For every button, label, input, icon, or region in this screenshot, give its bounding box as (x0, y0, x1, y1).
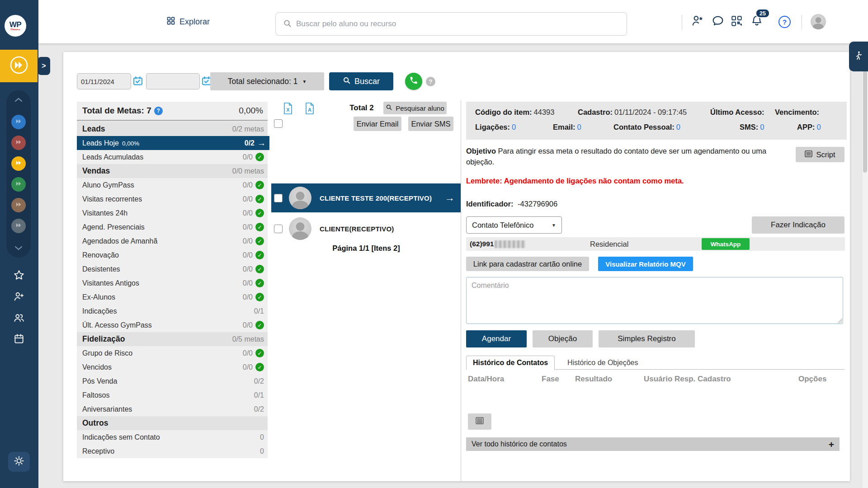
view-all-history-bar[interactable]: Ver todo histórico de contatos + (466, 437, 840, 451)
metric-item-indica-es-sem-contato[interactable]: Indicações sem Contato0 (77, 430, 268, 444)
metric-item-visitas-recorrentes[interactable]: Visitas recorrentes0/0✓ (77, 192, 268, 206)
notifications-button[interactable]: 25 (750, 0, 764, 43)
send-sms-button[interactable]: Enviar SMS (408, 117, 453, 131)
metrics-help-icon[interactable]: ? (154, 107, 163, 115)
vertical-scrollbar[interactable] (862, 43, 868, 488)
date-start-input[interactable] (77, 73, 131, 89)
metric-item-label: Pós Venda (82, 377, 117, 385)
tab-hist-rico-de-contatos[interactable]: Histórico de Contatos (466, 356, 555, 370)
person-add-icon[interactable] (13, 291, 25, 304)
metric-item-value: 0/0 (243, 181, 253, 189)
make-referral-button[interactable]: Fazer Indicação (752, 216, 844, 234)
active-module-tile[interactable] (0, 50, 38, 82)
filter-help-icon[interactable]: ? (426, 77, 435, 86)
main-panel: Total selecionado: 1 ▼ Buscar ? Total de… (63, 52, 850, 481)
search-student-button[interactable]: Pesquisar aluno (383, 102, 447, 114)
send-email-button[interactable]: Enviar Email (354, 117, 401, 131)
whatsapp-chat-button[interactable]: WhatsApp (702, 238, 750, 250)
metric-item-p-s-venda[interactable]: Pós Venda0/2 (77, 374, 268, 388)
svg-text:A: A (308, 107, 311, 113)
simples-registro-button[interactable]: Simples Registro (599, 330, 695, 347)
metric-item-label: Desistentes (82, 265, 120, 273)
metric-item-value: 0/0 (243, 349, 253, 357)
comment-textarea[interactable] (466, 277, 843, 324)
metric-item-grupo-de-risco[interactable]: Grupo de Risco0/0✓ (77, 346, 268, 360)
star-icon[interactable] (13, 269, 25, 283)
people-icon[interactable] (13, 312, 25, 325)
chevron-down-icon[interactable] (14, 244, 23, 252)
client-row-cliente-receptivo[interactable]: CLIENTE(RECEPTIVO) (271, 215, 461, 243)
add-contact-button[interactable] (691, 0, 704, 43)
select-all-checkbox[interactable] (274, 119, 283, 128)
metric-section-count: 0/5 metas (232, 335, 264, 343)
client-checkbox[interactable] (274, 225, 283, 233)
info-vencimento: Vencimento: (775, 108, 821, 117)
metric-item-label: Indicações (82, 307, 117, 315)
calendar-picker-icon[interactable] (133, 76, 143, 86)
metric-item-agendados-de-amanh[interactable]: Agendados de Amanhã0/0✓ (77, 234, 268, 248)
metric-item-value: 0/0 (243, 153, 253, 161)
date-end-input[interactable] (146, 73, 200, 89)
history-list-button[interactable] (468, 413, 491, 430)
metric-item-leads-hoje[interactable]: Leads Hoje0,00%0/2→ (77, 136, 269, 150)
clients-total-label: Total 2 (339, 103, 384, 113)
obje-o-button[interactable]: Objeção (533, 330, 593, 347)
chat-button[interactable] (711, 0, 725, 43)
sidebar-channel-blue[interactable] (11, 115, 26, 129)
grid-icon (166, 16, 175, 28)
export-pdf-icon[interactable]: A (304, 102, 315, 117)
sidebar-channel-brown[interactable] (11, 198, 26, 212)
metric-item-aluno-gympass[interactable]: Aluno GymPass0/0✓ (77, 178, 268, 192)
export-excel-icon[interactable]: X (283, 102, 293, 117)
metric-item-agend-presenciais[interactable]: Agend. Presenciais0/0✓ (77, 220, 268, 234)
contact-type-select[interactable]: Contato Telefônico ▼ (466, 216, 562, 234)
qr-scan-button[interactable] (730, 0, 743, 43)
whatsapp-button[interactable] (405, 73, 422, 90)
settings-button[interactable] (8, 452, 30, 472)
metric-item-value: 0/0 (243, 223, 253, 231)
card-register-link-button[interactable]: Link para cadastrar cartão online (466, 257, 589, 271)
metric-item-desistentes[interactable]: Desistentes0/0✓ (77, 262, 268, 276)
help-button[interactable]: ? (778, 0, 791, 43)
metric-item-lt-acesso-gympass[interactable]: Últ. Acesso GymPass0/0✓ (77, 318, 268, 332)
sidebar-channel-yellow[interactable] (11, 156, 26, 171)
info-label: Cadastro: (578, 108, 613, 116)
user-menu[interactable] (811, 0, 826, 43)
metric-item-receptivo[interactable]: Receptivo0 (77, 444, 268, 458)
calendar-icon[interactable] (13, 333, 25, 347)
explore-menu[interactable]: Explorar (166, 0, 210, 43)
metric-section-count: 0/0 metas (232, 167, 264, 175)
metric-item-visitantes-antigos[interactable]: Visitantes Antigos0/0✓ (77, 276, 268, 290)
resize-handle[interactable] (837, 318, 842, 323)
tab-hist-rico-de-obje-es[interactable]: Histórico de Objeções (561, 356, 645, 370)
search-input[interactable] (296, 19, 619, 28)
agendar-button[interactable]: Agendar (466, 330, 527, 347)
metric-item-aniversariantes[interactable]: Aniversariantes0/2 (77, 402, 268, 416)
sidebar-channel-gray[interactable] (11, 219, 26, 233)
sidebar-channel-red[interactable] (11, 136, 26, 150)
metric-item-renova-o[interactable]: Renovação0/0✓ (77, 248, 268, 262)
script-button[interactable]: Script (796, 147, 844, 162)
metric-item-visitantes-24h[interactable]: Visitantes 24h0/0✓ (77, 206, 268, 220)
metric-item-right: 0/1 (254, 307, 264, 315)
accessibility-tab[interactable] (849, 42, 868, 71)
metric-item-leads-acumuladas[interactable]: Leads Acumuladas0/0✓ (77, 150, 268, 164)
sidebar-channel-green[interactable] (11, 177, 26, 192)
info-value: 44393 (534, 108, 555, 116)
metric-item-right: 0 (260, 433, 264, 441)
metric-item-indica-es[interactable]: Indicações0/1 (77, 304, 268, 318)
search-leads-button[interactable]: Buscar (329, 72, 393, 90)
view-mqv-report-button[interactable]: Visualizar Relatório MQV (598, 257, 693, 271)
chevron-up-icon[interactable] (14, 96, 23, 104)
metric-item-subpercent: 0,00% (122, 140, 139, 147)
client-checkbox[interactable] (274, 194, 283, 202)
metric-item-ex-alunos[interactable]: Ex-Alunos0/0✓ (77, 290, 268, 304)
metric-item-faltosos[interactable]: Faltosos0/1 (77, 388, 268, 402)
fast-forward-icon (15, 117, 23, 127)
client-row-cliente-teste-200-receptivo[interactable]: CLIENTE TESTE 200(RECEPTIVO)→ (271, 183, 461, 212)
metric-item-right: 0/0✓ (243, 153, 264, 161)
metric-item-vencidos[interactable]: Vencidos0/0✓ (77, 360, 268, 374)
sidebar-expand-button[interactable]: > (38, 57, 50, 75)
reminder-text: Lembrete: Agendamento de ligações não co… (466, 177, 684, 185)
total-selected-dropdown[interactable]: Total selecionado: 1 ▼ (210, 72, 324, 90)
